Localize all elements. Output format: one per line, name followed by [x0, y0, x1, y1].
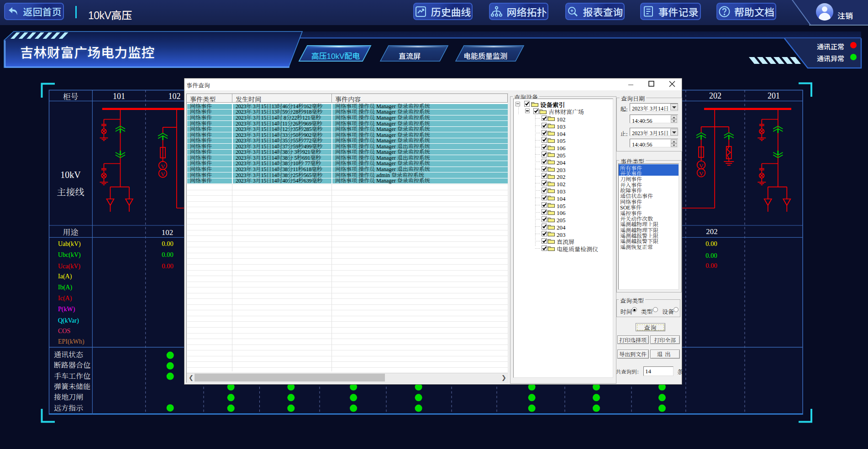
- svg-text:V: V: [699, 170, 704, 177]
- svg-text:V: V: [161, 163, 165, 170]
- svg-text:V: V: [699, 162, 704, 169]
- svg-text:V: V: [161, 171, 165, 178]
